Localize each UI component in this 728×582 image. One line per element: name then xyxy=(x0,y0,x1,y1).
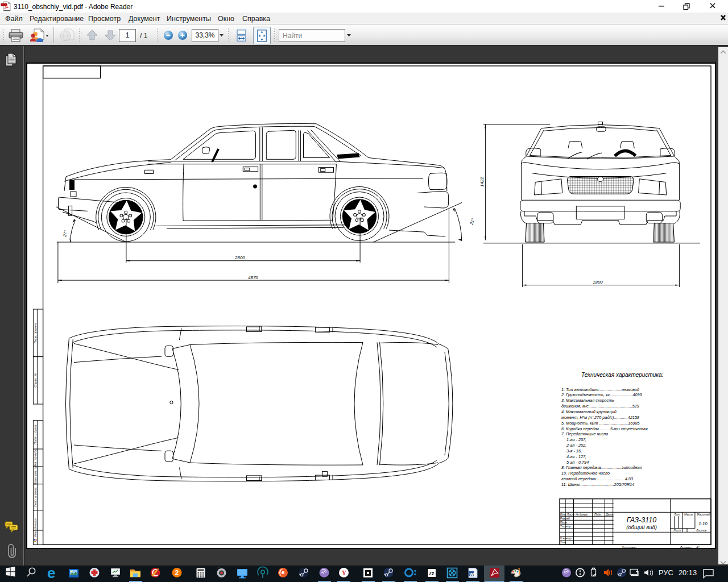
svg-text:8. Главная передача...........: 8. Главная передача..................гип… xyxy=(561,465,642,470)
svg-text:Разраб.: Разраб. xyxy=(560,517,570,520)
svg-text:4. Максимальный крутящий: 4. Максимальный крутящий xyxy=(561,409,617,414)
svg-text:Подп. и дата: Подп. и дата xyxy=(34,488,37,507)
svg-text:Лист: Лист xyxy=(673,529,681,532)
svg-text:Т.контр.: Т.контр. xyxy=(560,525,572,528)
svg-text:4870: 4870 xyxy=(248,275,258,280)
svg-text:Дата: Дата xyxy=(605,513,613,516)
svg-text:2. Грузоподъемность, кг.......: 2. Грузоподъемность, кг.................… xyxy=(561,392,643,397)
svg-text:Масштаб: Масштаб xyxy=(697,513,710,516)
svg-text:1422: 1422 xyxy=(479,177,485,187)
svg-text:Пров.: Пров. xyxy=(560,521,568,524)
svg-text:Подп. и дата: Подп. и дата xyxy=(34,425,37,444)
svg-text:(общий вид): (общий вид) xyxy=(626,524,657,530)
svg-text:20:13: 20:13 xyxy=(679,568,697,577)
svg-text:А1: А1 xyxy=(696,546,700,549)
svg-text:момент, Н*м (n=270 рад/с).....: момент, Н*м (n=270 рад/с)............421… xyxy=(561,415,640,420)
svg-text:1:10: 1:10 xyxy=(698,521,708,526)
svg-text:главной передачи..............: главной передачи........................… xyxy=(561,476,633,481)
svg-text:Изм. Лист: Изм. Лист xyxy=(560,513,574,516)
svg-text:движения, м/с.................: движения, м/с...........................… xyxy=(561,404,639,409)
svg-text:Лит.: Лит. xyxy=(673,513,681,516)
svg-text:Утв.: Утв. xyxy=(560,541,566,544)
svg-text:Инв. № дубл.: Инв. № дубл. xyxy=(34,448,37,468)
svg-text:2: 2 xyxy=(175,569,179,577)
svg-text:1. Тип автомобиля.............: 1. Тип автомобиля....................лег… xyxy=(561,387,639,392)
svg-text:3-я - 16,: 3-я - 16, xyxy=(566,448,582,454)
svg-text:e: e xyxy=(47,566,55,581)
svg-text:Техническая характеристика:: Техническая характеристика: xyxy=(581,372,664,378)
svg-text:5-ая - 0.794: 5-ая - 0.794 xyxy=(566,460,589,465)
svg-text:4-ая - 127,: 4-ая - 127, xyxy=(566,454,586,459)
svg-text:1800: 1800 xyxy=(593,280,603,285)
svg-text:Формат: Формат xyxy=(680,546,692,549)
svg-text:Листов: Листов xyxy=(696,529,707,532)
svg-text:Копировал: Копировал xyxy=(622,546,636,549)
svg-text:№ докум.: № докум. xyxy=(576,513,588,516)
svg-text:7z: 7z xyxy=(429,570,435,576)
svg-text:Масса: Масса xyxy=(684,513,693,516)
svg-text:7. Передаточные числа: 7. Передаточные числа xyxy=(561,431,608,436)
svg-text:3. Максимальная скорость: 3. Максимальная скорость xyxy=(561,398,614,403)
svg-text:Справ. №: Справ. № xyxy=(34,373,37,388)
svg-text:Перв. примен.: Перв. примен. xyxy=(34,323,37,344)
svg-text:Y: Y xyxy=(342,569,347,577)
svg-text:5. Мощность, кВт .............: 5. Мощность, кВт .......................… xyxy=(561,421,640,426)
svg-text:1-ая - 257,: 1-ая - 257, xyxy=(566,437,586,442)
svg-text:Инв. № подл.: Инв. № подл. xyxy=(34,518,37,537)
svg-text:Взам. инв. №: Взам. инв. № xyxy=(34,465,37,485)
svg-text:6. Коробка передач..........5-: 6. Коробка передач..........5-ти ступенч… xyxy=(561,426,648,431)
svg-text:2800: 2800 xyxy=(234,255,245,260)
svg-text:РУС: РУС xyxy=(659,568,673,577)
svg-text:W: W xyxy=(470,572,474,577)
svg-text:Подп.: Подп. xyxy=(594,513,602,516)
svg-text:2-ая - 202,: 2-ая - 202, xyxy=(566,443,586,448)
svg-text:11. Шины......................: 11. Шины..............................20… xyxy=(561,482,634,487)
svg-text:10. Передаточное число: 10. Передаточное число xyxy=(561,471,610,476)
svg-text:ГАЗ-3110: ГАЗ-3110 xyxy=(627,516,656,524)
svg-text:Н.контр.: Н.контр. xyxy=(560,537,572,540)
